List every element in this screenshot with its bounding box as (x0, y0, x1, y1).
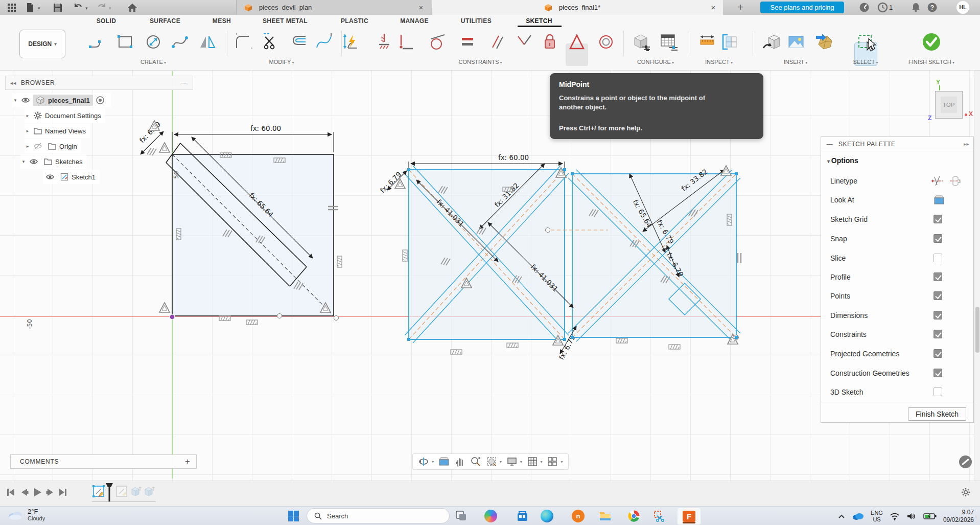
tangent-constraint-icon[interactable] (427, 32, 448, 52)
wifi-icon[interactable] (890, 512, 900, 520)
tab-manage[interactable]: MANAGE (400, 17, 429, 25)
create-rectangle-icon[interactable] (115, 32, 135, 52)
viewports-icon[interactable] (547, 456, 558, 467)
tray-chevron-icon[interactable] (838, 514, 845, 519)
insert-image-icon[interactable] (786, 32, 806, 52)
go-to-end-icon[interactable] (57, 487, 68, 498)
taskbar-search[interactable]: Search (307, 508, 450, 523)
openvpn-icon[interactable]: n (572, 510, 585, 522)
tree-item-sketches[interactable]: ▾ Sketches (20, 154, 86, 169)
timeline-extrude-feature-suppressed[interactable] (142, 485, 155, 498)
close-tab-icon[interactable] (709, 3, 718, 12)
timeline-settings-gear-icon[interactable] (961, 487, 971, 497)
view-cube[interactable]: Y TOP Z X (926, 78, 979, 129)
chevron-down-icon[interactable]: ▾ (12, 98, 18, 103)
tab-sketch[interactable]: SKETCH (526, 17, 552, 25)
chevron-down-icon[interactable]: ▾ (20, 159, 27, 164)
look-at-icon[interactable] (438, 456, 450, 467)
redo-caret[interactable]: ▾ (109, 6, 111, 11)
midpoint-constraint-icon[interactable] (567, 32, 587, 52)
job-status-icon[interactable] (877, 2, 888, 13)
extensions-icon[interactable] (859, 2, 870, 13)
group-create[interactable]: CREATE (141, 59, 166, 65)
zoom-icon[interactable] (470, 456, 481, 467)
clock-widget[interactable]: 9.0709/02/2026 (943, 509, 974, 524)
file-menu-icon[interactable] (25, 2, 36, 13)
go-to-start-icon[interactable] (5, 487, 16, 498)
minimize-palette-icon[interactable] (821, 141, 838, 148)
insert-mesh-icon[interactable] (814, 32, 834, 52)
chevron-right-icon[interactable]: ▸ (25, 113, 31, 118)
insert-derive-icon[interactable] (761, 32, 782, 52)
timeline-marker[interactable] (105, 482, 114, 503)
step-forward-icon[interactable] (44, 487, 56, 498)
modify-trim-icon[interactable] (260, 32, 280, 52)
help-icon[interactable]: ? (927, 2, 938, 13)
sketch-right-square[interactable] (551, 170, 740, 341)
new-tab-icon[interactable] (735, 2, 746, 13)
zoom-window-caret[interactable]: ▾ (500, 460, 502, 464)
snipping-tool-icon[interactable] (653, 510, 666, 522)
group-finish-sketch[interactable]: FINISH SKETCH (908, 59, 954, 65)
viewcube-top-face[interactable]: TOP (935, 91, 963, 119)
tab-surface[interactable]: SURFACE (150, 17, 180, 25)
group-insert[interactable]: INSERT (784, 59, 807, 65)
collapse-browser-icon[interactable] (6, 80, 21, 86)
projected-geometries-checkbox[interactable] (934, 349, 942, 358)
visibility-eye-icon[interactable] (29, 157, 38, 166)
microsoft-store-icon[interactable] (516, 510, 529, 522)
file-explorer-icon[interactable] (599, 510, 612, 522)
dimensions-checkbox[interactable] (934, 311, 942, 319)
comments-bar[interactable]: COMMENTS (10, 454, 197, 469)
configuration-table-icon[interactable] (658, 32, 679, 52)
profile-checkbox[interactable] (934, 272, 942, 281)
zoom-window-icon[interactable] (486, 456, 497, 467)
fusion-active-app-chip[interactable]: F (677, 508, 701, 525)
points-checkbox[interactable] (934, 291, 942, 300)
step-back-icon[interactable] (19, 487, 30, 498)
volume-icon[interactable] (906, 512, 917, 520)
assistant-icon[interactable] (959, 455, 972, 468)
redo-icon[interactable] (96, 2, 107, 13)
battery-icon[interactable] (923, 513, 937, 520)
concentric-constraint-icon[interactable] (596, 32, 616, 52)
display-settings-icon[interactable] (506, 456, 518, 467)
undo-caret[interactable]: ▾ (85, 6, 88, 11)
tree-item-sketch1[interactable]: Sketch1 (43, 170, 100, 184)
minimize-browser-icon[interactable] (181, 79, 188, 86)
tree-item-document-settings[interactable]: ▸ Document Settings (25, 108, 105, 123)
edge-icon[interactable] (541, 510, 553, 522)
equal-constraint-icon[interactable] (457, 32, 478, 52)
visibility-eye-icon[interactable] (21, 96, 30, 105)
orbit-icon[interactable] (418, 456, 429, 467)
section-analysis-icon[interactable] (719, 32, 740, 52)
timeline-sketch-feature[interactable] (92, 485, 105, 498)
chevron-right-icon[interactable]: ▸ (25, 128, 31, 133)
language-indicator[interactable]: ENGUS (871, 510, 883, 523)
add-comment-icon[interactable] (185, 456, 190, 467)
centerline-linetype-icon[interactable] (930, 175, 944, 187)
canvas-scrollbar[interactable] (974, 71, 980, 481)
save-icon[interactable] (52, 2, 63, 13)
group-configure[interactable]: CONFIGURE (637, 59, 674, 65)
construction-linetype-icon[interactable] (949, 175, 962, 187)
onedrive-icon[interactable] (852, 512, 864, 520)
weather-widget[interactable]: 2°FCloudy (7, 508, 45, 522)
tree-item-component[interactable]: ▾ pieces_final1 (12, 93, 111, 107)
create-line-icon[interactable] (87, 32, 107, 52)
vertical-horizontal-constraint-icon[interactable] (396, 32, 416, 52)
modify-fillet-icon[interactable] (232, 32, 253, 52)
tab-sheet-metal[interactable]: SHEET METAL (263, 17, 308, 25)
copilot-icon[interactable] (484, 510, 497, 522)
parallel-constraint-icon[interactable] (487, 32, 507, 52)
document-tab-pieces-final1[interactable]: pieces_final1* (432, 0, 723, 15)
activate-radio-icon[interactable] (96, 96, 105, 105)
constraints-checkbox[interactable] (934, 330, 942, 338)
document-tab-pieces-devil-plan[interactable]: pieces_devil_plan (236, 0, 431, 15)
group-select[interactable]: SELECT (853, 59, 878, 65)
windows-start-icon[interactable] (287, 510, 300, 522)
tree-item-origin[interactable]: ▸ Origin (25, 139, 81, 153)
expand-palette-icon[interactable] (964, 141, 969, 147)
pan-icon[interactable] (454, 456, 465, 467)
see-plans-button[interactable]: See plans and pricing (760, 2, 844, 13)
